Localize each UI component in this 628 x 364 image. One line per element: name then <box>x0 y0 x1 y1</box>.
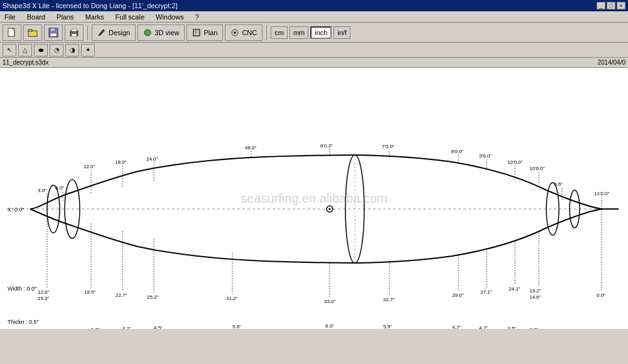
svg-text:12.0": 12.0" <box>84 164 95 169</box>
plan-icon <box>192 28 201 37</box>
svg-text:6'0.2": 6'0.2" <box>320 143 333 149</box>
svg-point-11 <box>144 29 151 36</box>
menu-help[interactable]: ? <box>193 13 201 21</box>
svg-text:2.4": 2.4" <box>553 328 561 329</box>
cnc-button[interactable]: CNC <box>225 24 263 41</box>
svg-text:5.6": 5.6" <box>232 324 241 329</box>
svg-text:9.6": 9.6" <box>554 181 563 187</box>
svg-rect-7 <box>72 29 77 31</box>
menu-plans[interactable]: Plans <box>55 13 76 21</box>
triangle-tool[interactable]: △ <box>18 44 32 56</box>
svg-text:32.7": 32.7" <box>383 297 395 302</box>
save-icon <box>48 28 58 38</box>
svg-text:4.7": 4.7" <box>452 324 461 329</box>
status-bar: 11_decrypt.s3dx 2014/04/0 <box>0 58 628 68</box>
svg-text:24.0": 24.0" <box>146 156 158 162</box>
new-icon <box>7 28 17 38</box>
svg-text:4.1": 4.1" <box>122 326 131 329</box>
svg-text:3.5": 3.5" <box>91 327 100 329</box>
svg-text:2.9": 2.9" <box>63 328 72 329</box>
arrow-tool[interactable]: ↖ <box>3 44 16 56</box>
svg-rect-4 <box>50 28 55 31</box>
secondary-toolbar: ↖ △ ⬬ ◔ ◑ ✦ <box>0 43 628 58</box>
unit-mm[interactable]: mm <box>290 26 308 39</box>
svg-text:4.5": 4.5" <box>154 325 163 329</box>
date-label: 2014/04/0 <box>598 59 626 66</box>
unit-inf[interactable]: in/f <box>333 26 350 39</box>
svg-text:Thickn : 0.5": Thickn : 0.5" <box>8 319 39 325</box>
svg-text:19.5": 19.5" <box>84 289 96 295</box>
menu-fullscale[interactable]: Full scale <box>114 13 146 21</box>
title-bar: Shape3d X Lite - licensed to Dong Liang … <box>0 0 628 11</box>
design-mode-button[interactable]: Design <box>92 24 136 41</box>
svg-text:15.3": 15.3" <box>38 296 50 301</box>
cnc-icon <box>230 28 239 37</box>
svg-text:33.0": 33.0" <box>324 299 336 304</box>
svg-text:25.2": 25.2" <box>147 294 159 300</box>
plan-label: Plan <box>203 29 217 36</box>
oval-tool-2[interactable]: ◔ <box>50 44 63 56</box>
unit-cm[interactable]: cm <box>271 26 288 39</box>
svg-text:48.0": 48.0" <box>245 145 257 151</box>
svg-text:19.2": 19.2" <box>529 288 541 294</box>
svg-text:18.0": 18.0" <box>115 159 127 165</box>
svg-text:10'0.0": 10'0.0" <box>507 159 523 165</box>
3d-view-button[interactable]: 3D view <box>138 24 185 41</box>
menu-windows[interactable]: Windows <box>154 13 186 21</box>
app-title: Shape3d X Lite - licensed to Dong Liang … <box>3 2 178 9</box>
pencil-icon <box>97 28 106 37</box>
minimize-button[interactable]: _ <box>597 2 605 9</box>
x-axis-label: X: 0.0" <box>8 206 24 213</box>
canvas-area: seasurfing.en.alibaba.com X: 0.0" 3.0" 6… <box>0 68 628 329</box>
svg-text:24.1": 24.1" <box>509 286 521 292</box>
svg-text:3.5": 3.5" <box>507 326 516 329</box>
open-icon <box>28 28 38 38</box>
svg-text:11'0.0": 11'0.0" <box>594 191 610 196</box>
sphere-icon <box>143 28 152 37</box>
svg-text:29.0": 29.0" <box>452 292 464 298</box>
svg-text:0.0": 0.0" <box>597 292 605 298</box>
menu-file[interactable]: File <box>3 13 18 21</box>
separator-2 <box>266 25 267 40</box>
star-tool[interactable]: ✦ <box>81 44 95 56</box>
main-toolbar: Design 3D view Plan CNC cm mm inch in/f <box>0 23 628 43</box>
design-label: Design <box>109 29 130 36</box>
print-icon <box>69 28 79 38</box>
svg-text:9'0.0": 9'0.0" <box>451 149 463 154</box>
svg-text:9'6.0": 9'6.0" <box>479 153 492 159</box>
open-button[interactable] <box>23 24 42 41</box>
plan-button[interactable]: Plan <box>187 24 223 41</box>
svg-text:3.0": 3.0" <box>38 188 46 193</box>
svg-text:10'6.0": 10'6.0" <box>529 166 545 171</box>
menu-bar: File Board Plans Marks Full scale Window… <box>0 11 628 23</box>
cnc-label: CNC <box>242 29 257 36</box>
save-button[interactable] <box>44 24 63 41</box>
svg-text:2.8": 2.8" <box>529 327 538 329</box>
svg-text:4.2": 4.2" <box>479 325 488 329</box>
svg-text:22.7": 22.7" <box>116 292 127 298</box>
new-button[interactable] <box>3 24 21 41</box>
unit-inch[interactable]: inch <box>310 26 332 39</box>
svg-marker-10 <box>99 29 105 36</box>
svg-text:6.0": 6.0" <box>325 323 334 329</box>
svg-text:14.6": 14.6" <box>529 294 541 300</box>
close-button[interactable]: × <box>617 2 625 9</box>
separator-1 <box>87 25 88 40</box>
3d-label: 3D view <box>154 29 179 36</box>
menu-board[interactable]: Board <box>25 13 47 21</box>
oval-tool-3[interactable]: ◑ <box>65 44 79 56</box>
svg-text:27.1": 27.1" <box>480 289 492 295</box>
svg-text:5.9": 5.9" <box>383 324 392 329</box>
filename-label: 11_decrypt.s3dx <box>3 59 48 66</box>
svg-point-20 <box>546 183 559 235</box>
svg-text:6.0": 6.0" <box>55 185 64 191</box>
board-drawing: X: 0.0" 3.0" 6.0" 12.0" 18.0" 24.0" 48.0… <box>0 68 628 329</box>
svg-point-25 <box>329 208 331 210</box>
svg-text:12.6": 12.6" <box>38 289 50 295</box>
print-button[interactable] <box>65 24 84 41</box>
oval-tool-1[interactable]: ⬬ <box>34 44 48 56</box>
maximize-button[interactable]: □ <box>607 2 615 9</box>
svg-point-16 <box>234 31 236 34</box>
svg-rect-8 <box>72 34 77 36</box>
menu-marks[interactable]: Marks <box>84 13 106 21</box>
